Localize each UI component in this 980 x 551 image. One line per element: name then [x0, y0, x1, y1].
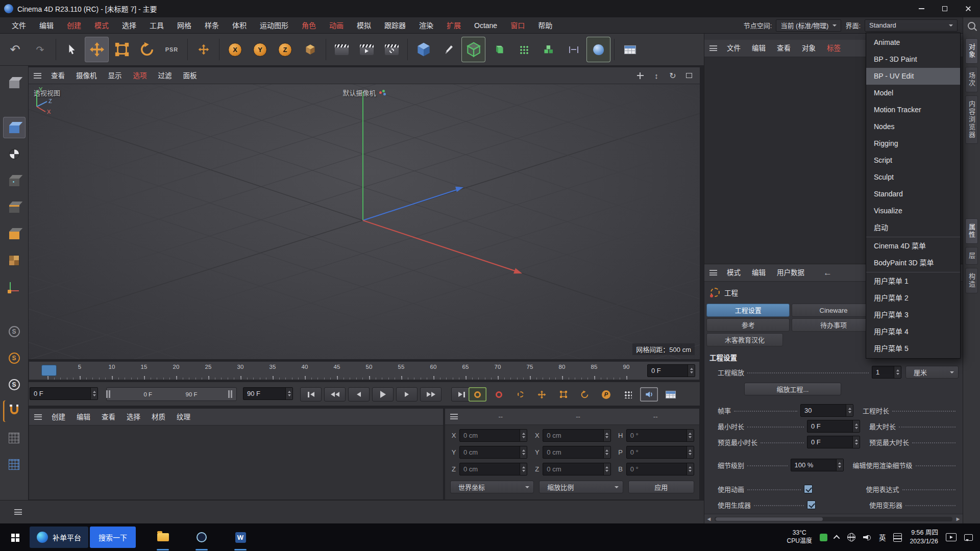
hamburger-icon[interactable]: [14, 509, 22, 515]
close-button[interactable]: [957, 0, 980, 17]
add-subdivision-button[interactable]: [461, 37, 485, 62]
interface-dropdown-item[interactable]: 用户菜单 2: [866, 290, 960, 307]
menubar-item[interactable]: 渲染: [412, 17, 440, 34]
interface-dropdown-item[interactable]: 用户菜单 1: [866, 273, 960, 290]
minimize-button[interactable]: [910, 0, 933, 17]
points-mode-button[interactable]: [3, 170, 26, 191]
rotation-input[interactable]: 0 °: [626, 463, 694, 475]
spinner-icon[interactable]: [520, 430, 527, 441]
attribute-tab[interactable]: 木客教育汉化: [706, 333, 783, 346]
project-scale-field[interactable]: 1: [872, 366, 901, 379]
tray-expand-icon[interactable]: [834, 535, 840, 541]
prev-key-button[interactable]: [324, 387, 346, 402]
attribute-tab[interactable]: 工程设置: [706, 304, 790, 317]
docking-tab[interactable]: 对象: [965, 38, 978, 64]
tray-app-icon[interactable]: [820, 534, 827, 541]
material-menu-item[interactable]: 编辑: [71, 409, 96, 425]
history-back-icon[interactable]: ←: [823, 268, 832, 278]
cpu-temp-indicator[interactable]: 33°CCPU温度: [787, 529, 812, 545]
object-manager-menu-item[interactable]: 对象: [796, 40, 821, 57]
material-menu-item[interactable]: 查看: [96, 409, 121, 425]
rotate-view-icon[interactable]: ↻: [667, 70, 678, 81]
interface-dropdown-item[interactable]: Model: [866, 85, 960, 102]
menubar-item[interactable]: 选择: [115, 17, 143, 34]
render-view-button[interactable]: [330, 37, 354, 62]
sound-toggle-button[interactable]: [640, 387, 658, 402]
spinner-icon[interactable]: [852, 436, 860, 448]
interface-select[interactable]: Standard: [865, 19, 958, 32]
prev-frame-button[interactable]: [348, 387, 370, 402]
coord-column-header[interactable]: --: [462, 413, 540, 420]
spinner-icon[interactable]: [852, 420, 860, 432]
viewport-menu-item[interactable]: 面板: [178, 67, 203, 84]
redo-button[interactable]: ↷: [28, 37, 52, 62]
spinner-icon[interactable]: [688, 365, 695, 377]
solo-off-button[interactable]: S: [3, 321, 26, 342]
add-primitive-button[interactable]: [411, 37, 435, 62]
spinner-icon[interactable]: [687, 463, 694, 475]
browser-button[interactable]: [189, 523, 214, 551]
interface-dropdown-item[interactable]: 用户菜单 5: [866, 340, 960, 357]
menubar-item[interactable]: 扩展: [440, 17, 468, 34]
interface-dropdown-item[interactable]: 用户菜单 3: [866, 307, 960, 323]
menubar-item[interactable]: 文件: [5, 17, 33, 34]
autokey-button[interactable]: [490, 387, 508, 402]
menubar-item[interactable]: 模式: [88, 17, 115, 34]
interface-dropdown-item[interactable]: Sculpt: [866, 169, 960, 186]
zoom-view-icon[interactable]: ↕: [651, 70, 662, 81]
scroll-right-icon[interactable]: ►: [953, 516, 963, 522]
add-field-button[interactable]: [561, 37, 585, 62]
next-key-button[interactable]: [420, 387, 442, 402]
sculpt-brush-button[interactable]: [586, 37, 610, 62]
clock[interactable]: 9:56 周四2023/1/26: [910, 529, 938, 546]
layout-table-button[interactable]: [618, 37, 642, 62]
menubar-item[interactable]: 动画: [323, 17, 350, 34]
unit-select[interactable]: 厘米: [905, 366, 959, 379]
interface-dropdown-item[interactable]: Script: [866, 152, 960, 169]
maximize-button[interactable]: [933, 0, 957, 17]
nodespace-select[interactable]: 当前 (标准/物理): [776, 19, 841, 32]
attribute-manager-menu-item[interactable]: 用户数据: [771, 264, 810, 281]
spinner-icon[interactable]: [285, 388, 292, 399]
docking-tab[interactable]: 层: [965, 247, 978, 265]
search-icon[interactable]: [968, 22, 975, 30]
attribute-manager-menu-item[interactable]: 编辑: [746, 264, 771, 281]
toggle-view-icon[interactable]: [683, 70, 695, 81]
position-input[interactable]: 0 cm: [459, 446, 527, 459]
key-filter-pla-button[interactable]: [619, 387, 636, 402]
render-settings-button[interactable]: [380, 37, 404, 62]
frame-range-slider[interactable]: 0 F 90 F: [106, 387, 237, 401]
timeline-layout-button[interactable]: [662, 387, 679, 402]
material-menu-item[interactable]: 选择: [121, 409, 146, 425]
material-menu-item[interactable]: 纹理: [171, 409, 196, 425]
hamburger-icon[interactable]: [450, 414, 458, 419]
key-filter-scale-button[interactable]: [554, 387, 572, 402]
attribute-manager-menu-item[interactable]: 模式: [721, 264, 746, 281]
checkbox[interactable]: [804, 485, 813, 493]
move-tool-button[interactable]: [85, 37, 109, 62]
uv-mode-button[interactable]: [3, 249, 26, 271]
coord-column-header[interactable]: --: [540, 413, 617, 420]
spinner-icon[interactable]: [603, 430, 610, 441]
scale-mode-select[interactable]: 缩放比例: [539, 481, 623, 493]
record-keyframe-button[interactable]: [469, 387, 486, 402]
position-input[interactable]: 0 cm: [459, 463, 527, 475]
object-manager-menu-item[interactable]: 查看: [771, 40, 796, 57]
menubar-item[interactable]: 模拟: [350, 17, 378, 34]
attr-value-field[interactable]: 0 F: [807, 436, 860, 448]
hamburger-icon[interactable]: [709, 270, 717, 276]
rotation-input[interactable]: 0 °: [626, 429, 694, 442]
viewport-menu-item[interactable]: 过滤: [153, 67, 178, 84]
play-button[interactable]: [372, 387, 394, 402]
interface-dropdown-item[interactable]: Cinema 4D 菜单: [866, 238, 960, 255]
attr-value-field[interactable]: 100 %: [791, 459, 844, 471]
news-widget[interactable]: 补单平台: [30, 527, 88, 548]
menubar-item[interactable]: 运动图形: [253, 17, 295, 34]
spinner-icon[interactable]: [603, 463, 610, 475]
interface-dropdown-item[interactable]: 用户菜单 4: [866, 323, 960, 340]
docking-tab[interactable]: 场次: [965, 67, 978, 92]
modify-axis-button[interactable]: [191, 37, 215, 62]
docking-tab[interactable]: 内容浏览器: [965, 95, 978, 144]
position-input[interactable]: 0 cm: [459, 429, 527, 442]
menubar-item[interactable]: 角色: [295, 17, 323, 34]
